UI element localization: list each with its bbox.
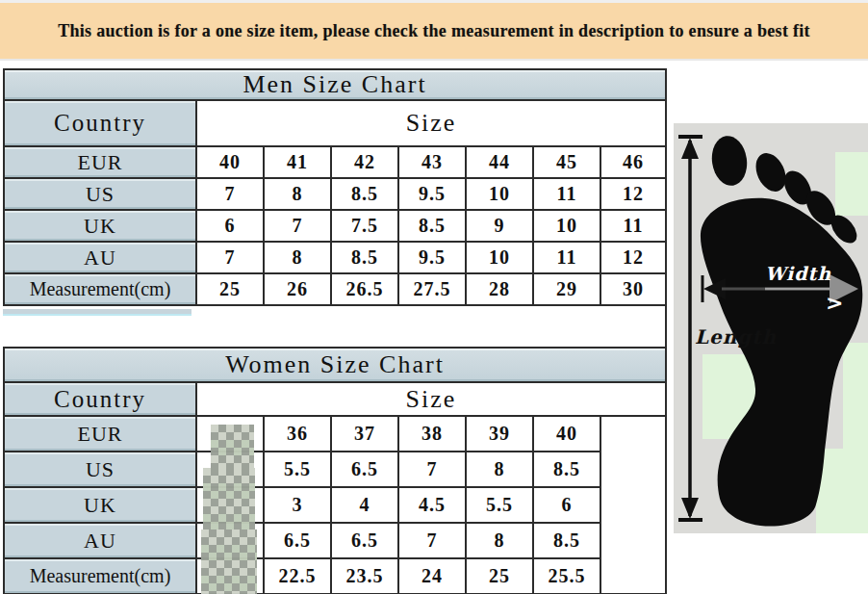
women-size-chart-table: Women Size Chart Country Size EUR3637383…	[3, 347, 667, 594]
size-cell: 8	[264, 242, 331, 273]
table-row: Measurement(cm)252626.527.5282930	[4, 273, 666, 305]
table-row: AU6.56.5788.5	[4, 523, 666, 558]
size-cell: 8.5	[398, 210, 466, 242]
width-label: Width	[765, 263, 831, 284]
size-cell: 23.5	[331, 558, 398, 594]
size-cell: 7.5	[331, 210, 398, 242]
men-country-header: Country	[4, 100, 196, 146]
size-cell: 26	[264, 273, 331, 305]
panel-divider-line	[665, 68, 667, 594]
size-cell: 12	[600, 242, 666, 273]
row-label: UK	[4, 210, 196, 242]
chevron-right-icon: >	[826, 291, 843, 315]
row-label: Measurement(cm)	[4, 558, 196, 594]
size-cell: 5.5	[466, 487, 533, 523]
men-chart-header-row: Country Size	[4, 100, 666, 146]
foot-measurement-diagram: Width Length >	[674, 123, 868, 533]
row-label: US	[4, 452, 196, 487]
size-cell: 7	[196, 242, 264, 273]
women-chart-title-row: Women Size Chart	[4, 348, 666, 382]
size-chart-image: { "banner": { "text": "This auction is f…	[0, 0, 868, 594]
size-cell: 8.5	[331, 178, 398, 210]
size-cell: 30	[600, 273, 666, 305]
row-label: AU	[4, 523, 196, 558]
size-cell: 12	[600, 178, 666, 210]
size-cell: 8	[466, 523, 533, 558]
row-label: Measurement(cm)	[4, 273, 196, 305]
table-row: UK344.55.56	[4, 487, 666, 523]
size-cell: 46	[600, 146, 666, 178]
size-cell: 8.5	[533, 452, 600, 487]
men-size-header: Size	[196, 100, 666, 146]
size-cell: 8	[264, 178, 331, 210]
size-cell: 25	[466, 558, 533, 594]
length-label: Length	[695, 325, 777, 349]
size-cell: 8.5	[533, 523, 600, 558]
size-cell: 11	[600, 210, 666, 242]
table-shadow-strip	[3, 309, 191, 316]
size-cell: 45	[533, 146, 600, 178]
size-cell: 7	[196, 178, 264, 210]
size-cell: 38	[398, 416, 466, 452]
size-cell: 9.5	[398, 178, 466, 210]
row-label: US	[4, 178, 196, 210]
table-row: US788.59.5101112	[4, 178, 666, 210]
empty-region-cell	[600, 416, 666, 594]
size-cell: 10	[533, 210, 600, 242]
men-size-chart-table: Men Size Chart Country Size EUR404142434…	[3, 68, 667, 306]
footprint-diagram-svg: Width Length >	[674, 123, 868, 533]
size-cell: 7	[264, 210, 331, 242]
size-cell: 25.5	[533, 558, 600, 594]
size-cell: 9	[466, 210, 533, 242]
size-cell: 11	[533, 178, 600, 210]
big-toe-icon	[709, 134, 751, 189]
table-row: Measurement(cm)22.523.5242525.5	[4, 558, 666, 594]
size-cell: 6.5	[264, 523, 331, 558]
women-size-header: Size	[196, 382, 666, 416]
size-cell: 6	[196, 210, 264, 242]
size-cell: 43	[398, 146, 466, 178]
size-cell: 24	[398, 558, 466, 594]
men-chart-title: Men Size Chart	[4, 69, 666, 100]
auction-notice-banner: This auction is for a one size item, ple…	[0, 0, 868, 61]
size-cell: 36	[264, 416, 331, 452]
size-cell: 4.5	[398, 487, 466, 523]
size-cell: 29	[533, 273, 600, 305]
size-cell: 27.5	[398, 273, 466, 305]
size-cell: 40	[533, 416, 600, 452]
table-row: EUR3637383940	[4, 416, 666, 452]
women-chart-header-row: Country Size	[4, 382, 666, 416]
size-cell: 6	[533, 487, 600, 523]
size-cell: 42	[331, 146, 398, 178]
size-cell: 11	[533, 242, 600, 273]
size-cell: 28	[466, 273, 533, 305]
women-country-header: Country	[4, 382, 196, 416]
men-chart-title-row: Men Size Chart	[4, 69, 666, 100]
pixelated-censor-block	[211, 425, 254, 468]
size-cell: 5.5	[264, 452, 331, 487]
banner-text: This auction is for a one size item, ple…	[58, 21, 810, 41]
size-cell: 41	[264, 146, 331, 178]
size-cell: 44	[466, 146, 533, 178]
size-cell: 22.5	[264, 558, 331, 594]
size-cell: 26.5	[331, 273, 398, 305]
size-cell: 6.5	[331, 452, 398, 487]
size-cell: 8.5	[331, 242, 398, 273]
table-row: US5.56.5788.5	[4, 452, 666, 487]
table-row: UK677.58.591011	[4, 210, 666, 242]
size-cell: 4	[331, 487, 398, 523]
table-row: AU788.59.5101112	[4, 242, 666, 273]
pixelated-censor-block	[201, 529, 257, 594]
size-cell: 25	[196, 273, 264, 305]
row-label: AU	[4, 242, 196, 273]
size-cell: 10	[466, 178, 533, 210]
toe-icon	[750, 148, 791, 196]
size-cell: 7	[398, 452, 466, 487]
size-cell: 9.5	[398, 242, 466, 273]
size-cell: 40	[196, 146, 264, 178]
size-cell: 39	[466, 416, 533, 452]
size-cell: 37	[331, 416, 398, 452]
women-chart-title: Women Size Chart	[4, 348, 666, 382]
size-cell: 3	[264, 487, 331, 523]
size-cell: 8	[466, 452, 533, 487]
